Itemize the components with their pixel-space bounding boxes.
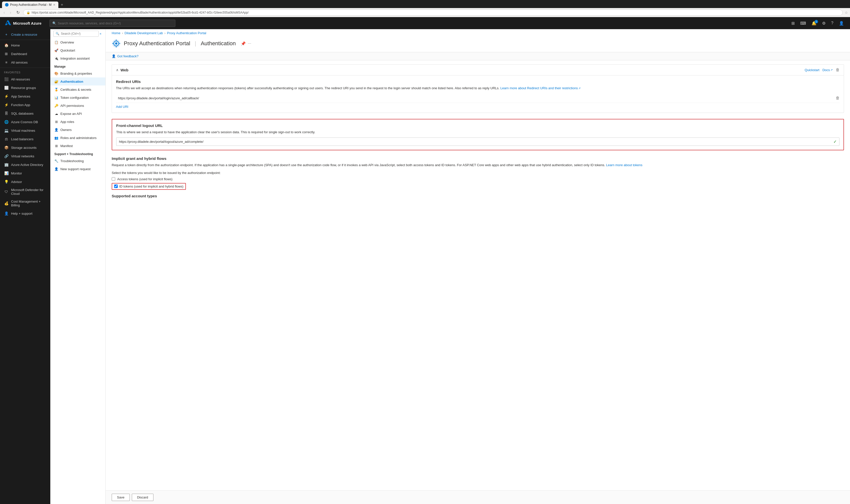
add-uri-link[interactable]: Add URI bbox=[116, 105, 128, 109]
page-title-text: Proxy Authentication Portal bbox=[124, 40, 190, 47]
more-options-button[interactable]: ··· bbox=[248, 41, 251, 46]
sidebar-item-advisor[interactable]: 💡 Advisor bbox=[0, 178, 50, 186]
nav-item-app-roles[interactable]: ⊞ App roles bbox=[50, 118, 105, 126]
load-balancers-icon: ⚖ bbox=[4, 137, 8, 141]
app-sidebar: 🔍 « 📋 Overview 🚀 Quickstart 🔌 Integratio… bbox=[50, 29, 106, 504]
token-config-icon: 📊 bbox=[54, 95, 58, 100]
id-tokens-checkbox-row: ID tokens (used for implicit and hybrid … bbox=[112, 183, 844, 190]
logout-url-input-container[interactable]: ✓ bbox=[116, 138, 839, 146]
settings-button[interactable]: ⚙ bbox=[820, 19, 828, 27]
notifications-button[interactable]: 🔔 1 bbox=[810, 19, 818, 27]
address-bar[interactable]: 🔒 https://portal.azure.com/#blade/Micros… bbox=[23, 10, 843, 16]
docs-label: Docs bbox=[822, 68, 830, 72]
access-tokens-checkbox[interactable] bbox=[112, 177, 115, 181]
sidebar-item-virtual-machines[interactable]: 💻 Virtual machines bbox=[0, 126, 50, 135]
pin-page-button[interactable]: 📌 bbox=[241, 41, 246, 46]
nav-branding-label: Branding & properties bbox=[60, 72, 92, 75]
main-content: 🔍 « 📋 Overview 🚀 Quickstart 🔌 Integratio… bbox=[50, 29, 850, 504]
portal-icon-button[interactable]: ⊞ bbox=[790, 19, 797, 27]
app-roles-icon: ⊞ bbox=[54, 120, 58, 124]
discard-button[interactable]: Discard bbox=[132, 494, 153, 501]
sidebar-item-sql-databases[interactable]: 🗄 SQL databases bbox=[0, 109, 50, 118]
tab-close-btn[interactable]: ✕ bbox=[53, 3, 55, 6]
quickstart-link[interactable]: Quickstart bbox=[805, 68, 819, 72]
dashboard-icon: ⊞ bbox=[4, 52, 8, 56]
breadcrumb-portal[interactable]: Proxy Authentication Portal bbox=[167, 31, 206, 35]
nav-item-certificates[interactable]: 🏅 Certificates & secrets bbox=[50, 86, 105, 93]
page-title-row: Proxy Authentication Portal | Authentica… bbox=[112, 39, 844, 48]
header-search-bar[interactable]: 🔍 bbox=[50, 20, 175, 27]
app-sidebar-search[interactable]: 🔍 bbox=[53, 31, 99, 37]
docs-link[interactable]: Docs ↗ bbox=[822, 68, 833, 72]
help-button[interactable]: ? bbox=[829, 19, 835, 27]
sidebar-item-function-app[interactable]: ⚡ Function App bbox=[0, 101, 50, 109]
cloud-shell-button[interactable]: ⌨ bbox=[798, 19, 808, 27]
header-search-input[interactable] bbox=[58, 21, 173, 25]
refresh-button[interactable]: ↻ bbox=[15, 9, 21, 16]
redirect-uri-row-1: https://proxy.diladele.dev/portal/login/… bbox=[116, 94, 840, 103]
delete-uri-btn-1[interactable]: 🗑 bbox=[836, 96, 840, 100]
back-button[interactable]: ‹ bbox=[2, 9, 6, 16]
breadcrumb-home[interactable]: Home bbox=[112, 31, 121, 35]
header-icons: ⊞ ⌨ 🔔 1 ⚙ ? 👤 bbox=[790, 19, 846, 27]
nav-item-support-request[interactable]: 👤 New support request bbox=[50, 165, 105, 173]
roles-admins-icon: 👥 bbox=[54, 136, 58, 140]
sidebar-item-resource-groups[interactable]: ⬜ Resource groups bbox=[0, 84, 50, 92]
breadcrumb-dev-lab[interactable]: Diladele Development Lab bbox=[124, 31, 163, 35]
bookmark-icon[interactable]: ☆ bbox=[845, 11, 848, 15]
app-search-input[interactable] bbox=[61, 32, 96, 35]
profile-button[interactable]: 👤 bbox=[837, 19, 846, 27]
sidebar-function-app-label: Function App bbox=[11, 103, 30, 107]
sidebar-item-help-support[interactable]: 👤 Help + support bbox=[0, 209, 50, 218]
sidebar-item-all-resources[interactable]: ⬛ All resources bbox=[0, 75, 50, 84]
sidebar-item-monitor[interactable]: 📊 Monitor bbox=[0, 169, 50, 178]
id-tokens-checkbox[interactable] bbox=[114, 184, 118, 188]
nav-item-roles-admins[interactable]: 👥 Roles and administrators bbox=[50, 134, 105, 142]
sidebar-item-azure-active-directory[interactable]: 🏢 Azure Active Directory bbox=[0, 160, 50, 169]
nav-item-token-config[interactable]: 📊 Token configuration bbox=[50, 93, 105, 102]
logout-url-field[interactable] bbox=[119, 140, 833, 144]
forward-button[interactable]: › bbox=[8, 9, 13, 16]
redirect-uris-title: Redirect URIs bbox=[116, 79, 840, 84]
create-resource-item[interactable]: + Create a resource bbox=[0, 29, 50, 39]
web-section-delete-btn[interactable]: 🗑 bbox=[836, 68, 840, 72]
sidebar-item-app-services[interactable]: ⚡ App Services bbox=[0, 92, 50, 101]
feedback-text[interactable]: Got feedback? bbox=[117, 54, 139, 58]
app-sidebar-collapse-btn[interactable]: « bbox=[99, 32, 102, 36]
sidebar-item-virtual-networks[interactable]: 🔗 Virtual networks bbox=[0, 152, 50, 160]
sidebar-item-home[interactable]: 🏠 Home bbox=[0, 41, 50, 50]
sidebar-item-storage-accounts[interactable]: 📦 Storage accounts bbox=[0, 143, 50, 152]
sidebar-item-load-balancers[interactable]: ⚖ Load balancers bbox=[0, 135, 50, 143]
sidebar-defender-label: Microsoft Defender for Cloud bbox=[11, 188, 46, 196]
troubleshooting-icon: 🔧 bbox=[54, 159, 58, 163]
nav-item-authentication[interactable]: 🔐 Authentication bbox=[50, 77, 105, 86]
sidebar-item-all-services[interactable]: ≡ All services bbox=[0, 58, 50, 67]
redirect-uris-learn-more[interactable]: Learn more about Redirect URIs and their… bbox=[500, 86, 580, 90]
implicit-grant-learn-more[interactable]: Learn more about tokens bbox=[606, 163, 642, 167]
nav-item-expose-api[interactable]: ☁ Expose an API bbox=[50, 110, 105, 118]
save-button[interactable]: Save bbox=[112, 494, 130, 501]
virtual-networks-icon: 🔗 bbox=[4, 154, 8, 158]
advisor-icon: 💡 bbox=[4, 179, 8, 184]
search-icon-small: 🔍 bbox=[56, 32, 59, 35]
sidebar-item-cost-management[interactable]: 💰 Cost Management + Billing bbox=[0, 198, 50, 209]
nav-item-integration-assistant[interactable]: 🔌 Integration assistant bbox=[50, 54, 105, 62]
active-tab[interactable]: Proxy Authentication Portal - M ✕ bbox=[2, 1, 58, 8]
browser-chrome: Proxy Authentication Portal - M ✕ + ‹ › … bbox=[0, 0, 850, 17]
nav-item-api-permissions[interactable]: 🔑 API permissions bbox=[50, 102, 105, 110]
nav-item-troubleshooting[interactable]: 🔧 Troubleshooting bbox=[50, 157, 105, 165]
nav-item-manifest[interactable]: ⊞ Manifest bbox=[50, 142, 105, 150]
new-tab-button[interactable]: + bbox=[59, 1, 65, 8]
nav-item-owners[interactable]: 👤 Owners bbox=[50, 126, 105, 134]
sidebar-app-services-label: App Services bbox=[11, 94, 31, 98]
home-icon: 🏠 bbox=[4, 43, 8, 48]
sidebar-item-dashboard[interactable]: ⊞ Dashboard bbox=[0, 50, 50, 58]
web-section-toggle[interactable]: ∧ bbox=[116, 68, 119, 72]
sidebar-item-cosmos-db[interactable]: 🌐 Azure Cosmos DB bbox=[0, 118, 50, 126]
support-section-label: Support + Troubleshooting bbox=[50, 150, 105, 157]
nav-item-branding[interactable]: 🎨 Branding & properties bbox=[50, 69, 105, 77]
nav-api-permissions-label: API permissions bbox=[60, 104, 84, 108]
nav-item-quickstart[interactable]: 🚀 Quickstart bbox=[50, 46, 105, 54]
sidebar-item-defender[interactable]: 🛡 Microsoft Defender for Cloud bbox=[0, 186, 50, 198]
nav-item-overview[interactable]: 📋 Overview bbox=[50, 38, 105, 46]
